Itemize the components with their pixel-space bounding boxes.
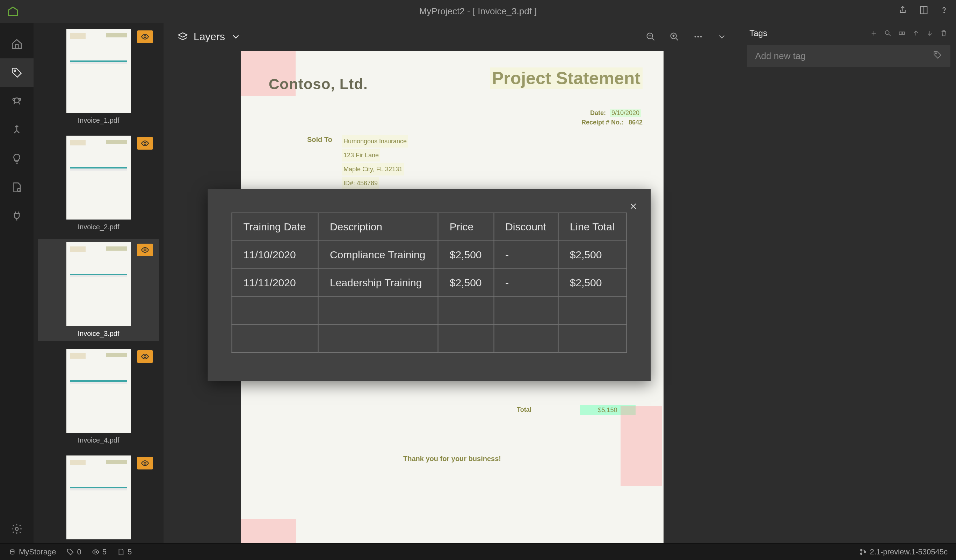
- tag-count-indicator[interactable]: 0: [66, 547, 81, 557]
- rename-tag-icon[interactable]: [898, 29, 906, 37]
- doc-receipt-label: Receipt # No.:: [582, 119, 623, 126]
- doc-title: Project Statement: [490, 68, 643, 89]
- visited-count: 5: [102, 547, 107, 557]
- move-up-icon[interactable]: [912, 29, 920, 37]
- table-cell: [558, 325, 627, 353]
- table-cell: [232, 325, 318, 353]
- svg-point-12: [144, 249, 146, 251]
- table-cell: 11/11/2020: [232, 269, 318, 297]
- table-row: 11/10/2020 Compliance Training $2,500 - …: [232, 241, 627, 269]
- visited-count-indicator[interactable]: 5: [92, 547, 107, 557]
- thumbnail-preview: [66, 29, 131, 113]
- table-cell: [494, 297, 558, 325]
- svg-point-35: [11, 549, 14, 552]
- storage-indicator[interactable]: MyStorage: [8, 547, 56, 557]
- svg-point-10: [144, 36, 146, 38]
- svg-point-14: [144, 462, 146, 464]
- tag-outline-icon: [933, 50, 942, 62]
- eye-icon[interactable]: [137, 350, 153, 363]
- eye-icon[interactable]: [137, 30, 153, 43]
- doc-soldto-label: Sold To: [307, 135, 332, 144]
- svg-point-36: [95, 551, 97, 553]
- layers-button[interactable]: Layers: [178, 31, 241, 42]
- doc-total-label: Total: [517, 406, 531, 414]
- table-cell: [494, 325, 558, 353]
- help-icon[interactable]: [939, 5, 949, 17]
- home-icon[interactable]: [0, 30, 33, 58]
- version-text: 2.1-preview.1-530545c: [870, 547, 948, 557]
- svg-point-9: [16, 527, 19, 531]
- svg-point-23: [695, 36, 697, 38]
- thumbnail-item[interactable]: Invoice_3.pdf: [38, 239, 159, 341]
- svg-point-34: [936, 53, 936, 54]
- settings-icon[interactable]: [0, 514, 33, 543]
- table-header-cell: Line Total: [558, 213, 627, 241]
- thumbnail-preview: [66, 135, 131, 220]
- table-header-row: Training Date Description Price Discount…: [232, 213, 627, 241]
- table-cell: $2,500: [558, 241, 627, 269]
- version-indicator[interactable]: 2.1-preview.1-530545c: [859, 547, 948, 557]
- table-cell: [438, 325, 494, 353]
- extracted-table-popup: Training Date Description Price Discount…: [208, 189, 651, 381]
- svg-point-4: [14, 70, 16, 71]
- svg-point-7: [19, 99, 21, 101]
- tags-panel-header: Tags: [741, 23, 956, 44]
- zoom-out-button[interactable]: [646, 32, 656, 42]
- svg-rect-33: [903, 32, 905, 34]
- doc-soldto-block: Humongous Insurance 123 Fir Lane Maple C…: [342, 135, 408, 191]
- center-toolbar: Layers: [164, 23, 741, 51]
- move-down-icon[interactable]: [926, 29, 934, 37]
- doc-date-label: Date:: [590, 109, 606, 117]
- thumbnail-item[interactable]: Invoice_4.pdf: [38, 345, 159, 448]
- table-cell: [438, 297, 494, 325]
- table-header-cell: Discount: [494, 213, 558, 241]
- delete-tag-icon[interactable]: [940, 29, 948, 37]
- more-options-button[interactable]: [693, 32, 703, 42]
- app-logo-icon: [7, 6, 19, 17]
- doc-receipt-value: 8642: [629, 119, 643, 126]
- thumbnail-label: Invoice_4.pdf: [78, 436, 120, 444]
- doc-count-indicator[interactable]: 5: [117, 547, 132, 557]
- svg-point-11: [144, 142, 146, 145]
- share-icon[interactable]: [899, 5, 909, 17]
- label-region[interactable]: [621, 406, 662, 486]
- chevron-down-button[interactable]: [717, 32, 727, 42]
- add-tag-icon[interactable]: [870, 29, 878, 37]
- search-tag-icon[interactable]: [884, 29, 892, 37]
- add-tag-placeholder: Add new tag: [755, 51, 806, 61]
- brain-icon[interactable]: [0, 87, 33, 116]
- thumbnail-preview: [66, 349, 131, 433]
- merge-icon[interactable]: [0, 116, 33, 145]
- table-row: [232, 325, 627, 353]
- plug-icon[interactable]: [0, 202, 33, 230]
- svg-point-25: [700, 36, 702, 38]
- svg-line-20: [676, 38, 678, 41]
- thumbnail-label: Invoice_5.pdf: [78, 543, 120, 543]
- table-cell: Compliance Training: [318, 241, 438, 269]
- lightbulb-icon[interactable]: [0, 145, 33, 173]
- tag-icon[interactable]: [0, 58, 33, 87]
- add-tag-input[interactable]: Add new tag: [747, 45, 950, 67]
- doc-count: 5: [127, 547, 132, 557]
- document-settings-icon[interactable]: [0, 173, 33, 202]
- book-icon[interactable]: [919, 5, 929, 17]
- zoom-in-button[interactable]: [670, 32, 679, 42]
- svg-point-8: [17, 189, 20, 192]
- table-cell: -: [494, 269, 558, 297]
- table-cell: [558, 297, 627, 325]
- thumbnail-item[interactable]: Invoice_5.pdf: [38, 452, 159, 543]
- eye-icon[interactable]: [137, 137, 153, 149]
- svg-line-17: [653, 38, 654, 41]
- thumbnail-item[interactable]: Invoice_2.pdf: [38, 132, 159, 234]
- label-region[interactable]: [241, 519, 296, 543]
- thumbnail-item[interactable]: Invoice_1.pdf: [38, 25, 159, 128]
- eye-icon[interactable]: [137, 244, 153, 256]
- table-row: 11/11/2020 Leadership Training $2,500 - …: [232, 269, 627, 297]
- table-cell: 11/10/2020: [232, 241, 318, 269]
- eye-icon[interactable]: [137, 457, 153, 469]
- table-row: [232, 297, 627, 325]
- close-icon[interactable]: [626, 199, 640, 213]
- svg-point-13: [144, 356, 146, 358]
- table-cell: [318, 325, 438, 353]
- soldto-name: Humongous Insurance: [342, 135, 408, 148]
